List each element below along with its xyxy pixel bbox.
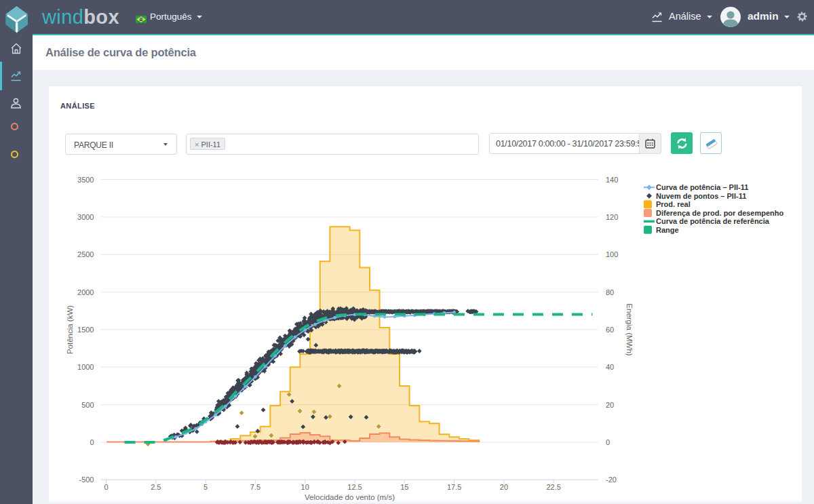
svg-text:100: 100 <box>606 250 618 258</box>
svg-text:Nuvem de pontos – PII-11: Nuvem de pontos – PII-11 <box>656 192 746 200</box>
svg-text:Velocidade do vento (m/s): Velocidade do vento (m/s) <box>305 493 395 501</box>
svg-text:3500: 3500 <box>77 176 94 184</box>
svg-text:80: 80 <box>606 288 614 296</box>
svg-text:15: 15 <box>400 483 408 491</box>
svg-text:Energia (MWh): Energia (MWh) <box>625 303 634 355</box>
svg-text:500: 500 <box>81 401 94 409</box>
svg-text:140: 140 <box>606 176 618 184</box>
svg-text:20: 20 <box>500 483 508 491</box>
svg-text:10: 10 <box>301 483 309 491</box>
svg-text:17.5: 17.5 <box>447 483 461 491</box>
svg-text:2000: 2000 <box>77 288 94 296</box>
svg-text:60: 60 <box>606 326 614 334</box>
svg-text:40: 40 <box>606 363 614 371</box>
svg-text:22.5: 22.5 <box>546 483 560 491</box>
svg-text:1000: 1000 <box>77 363 94 371</box>
svg-text:Range: Range <box>656 226 679 234</box>
svg-text:1500: 1500 <box>77 326 94 334</box>
svg-text:-20: -20 <box>606 476 617 484</box>
svg-text:Potência (kW): Potência (kW) <box>66 305 74 354</box>
svg-text:120: 120 <box>606 213 618 221</box>
svg-text:20: 20 <box>606 401 614 409</box>
svg-text:5: 5 <box>204 483 208 491</box>
svg-text:Curva de potência – PII-11: Curva de potência – PII-11 <box>656 183 748 191</box>
svg-text:3000: 3000 <box>77 213 94 221</box>
svg-text:0: 0 <box>104 483 108 491</box>
svg-text:2.5: 2.5 <box>151 483 161 491</box>
svg-text:0: 0 <box>90 438 94 446</box>
svg-text:12.5: 12.5 <box>347 483 362 491</box>
svg-text:Diferença de prod. por desempe: Diferença de prod. por desempenho <box>656 209 784 217</box>
svg-text:7.5: 7.5 <box>250 483 260 491</box>
svg-text:-500: -500 <box>79 476 94 484</box>
svg-text:Prod. real: Prod. real <box>656 200 691 208</box>
svg-text:2500: 2500 <box>77 250 94 258</box>
svg-text:Curva de potência de referênci: Curva de potência de referência <box>656 217 770 225</box>
svg-text:0: 0 <box>606 438 610 446</box>
